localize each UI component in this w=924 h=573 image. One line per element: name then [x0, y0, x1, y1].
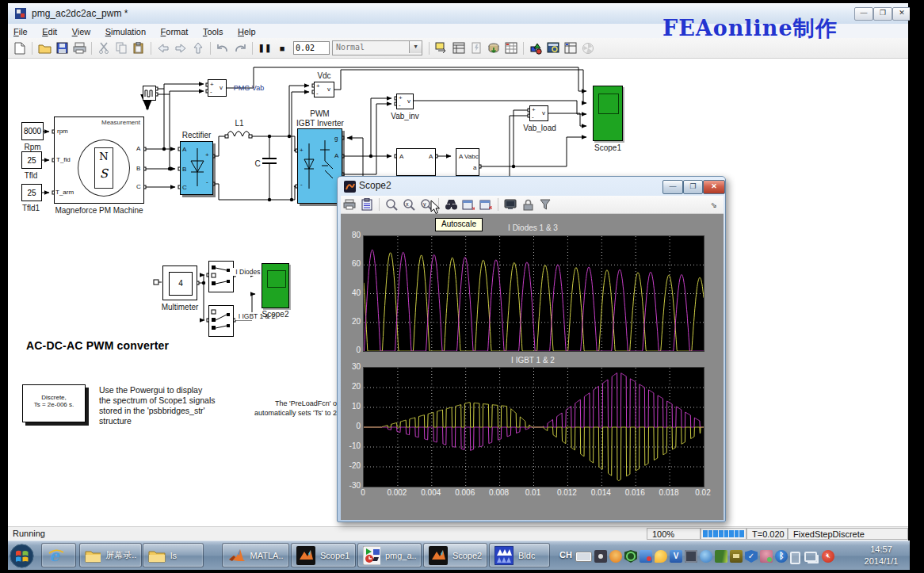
update-diagram-icon[interactable] — [468, 40, 484, 56]
block-vdc-meter[interactable]: +-v — [314, 82, 334, 97]
stop-button[interactable]: ■ — [274, 40, 290, 56]
forward-icon[interactable] — [173, 40, 189, 56]
taskbar-scope2-button[interactable]: Scope2 — [423, 543, 487, 567]
taskbar-folder2-button[interactable]: ls — [143, 543, 204, 567]
volume-muted-icon[interactable]: 🔇︎ — [822, 550, 834, 563]
lock-axes-icon[interactable] — [520, 197, 536, 212]
menu-format[interactable]: Format — [155, 25, 194, 36]
up-icon[interactable] — [190, 40, 206, 56]
block-scope1[interactable] — [593, 86, 623, 141]
menu-help[interactable]: Help — [232, 25, 262, 36]
cut-icon[interactable] — [96, 40, 112, 56]
sim-mode-select[interactable]: Normal▼ — [332, 40, 422, 55]
person-status-icon[interactable] — [760, 550, 773, 563]
copy-icon[interactable] — [113, 40, 129, 56]
pause-button[interactable]: ❚❚ — [257, 40, 273, 56]
display-icon[interactable] — [804, 552, 817, 562]
menu-view[interactable]: View — [67, 25, 97, 36]
sim-time-field[interactable] — [293, 41, 330, 55]
yellow-moon-icon[interactable] — [655, 550, 667, 563]
plot1-axes[interactable] — [363, 235, 704, 352]
green-card-icon[interactable] — [715, 550, 727, 563]
block-multimeter[interactable]: 4 — [162, 265, 197, 300]
block-scope2[interactable] — [262, 263, 289, 308]
taskbar: e 屏幕录... ls MATLA... Scope1 pmg_a... Sco… — [0, 541, 924, 571]
blue-v-icon[interactable]: V — [670, 550, 682, 563]
scope-close-button[interactable]: ✕ — [703, 180, 725, 194]
rectifier-port-plus: + — [205, 151, 209, 159]
menu-edit[interactable]: Edit — [36, 25, 63, 36]
redo-icon[interactable] — [232, 40, 248, 56]
block-tfld1-constant[interactable]: 25 — [21, 184, 42, 201]
taskbar-matlab-button[interactable]: MATLA... — [222, 543, 289, 567]
block-avabc[interactable]: A Vabc a — [456, 148, 479, 176]
chevron-down-icon[interactable]: ▼ — [409, 41, 422, 53]
print-icon[interactable] — [71, 40, 87, 56]
parameters-icon[interactable] — [359, 197, 375, 212]
autoscale-binoculars-icon[interactable] — [443, 197, 459, 212]
block-selector2[interactable] — [208, 305, 234, 337]
svg-text:y: y — [423, 201, 426, 208]
dual-window-icon[interactable] — [685, 550, 697, 563]
tray-language[interactable]: CH — [559, 550, 572, 560]
taskbar-bldc-button[interactable]: Bldc — [489, 543, 550, 567]
model-browser-icon[interactable] — [451, 40, 467, 56]
screen-border-top — [0, 0, 924, 3]
bluetooth-icon[interactable]: ᛒ — [775, 550, 788, 563]
new-file-icon[interactable] — [12, 40, 28, 56]
scope-minimize-button[interactable]: — — [662, 180, 683, 194]
build-icon[interactable] — [486, 40, 502, 56]
scope2-window[interactable]: Scope2 — ❐ ✕ x y ⇘ I Diodes 1 & 3 80 60 … — [337, 176, 726, 522]
keyboard-icon[interactable] — [575, 552, 592, 562]
start-button[interactable] — [10, 544, 34, 568]
dock-arrow-icon[interactable]: ⇘ — [711, 201, 717, 209]
orange-user-icon[interactable] — [609, 550, 622, 563]
floating-scope-icon[interactable] — [502, 197, 518, 212]
shield-check-icon[interactable]: ✓ — [745, 550, 758, 563]
block-filter[interactable]: A A — [396, 148, 436, 176]
scope-window-icon — [296, 546, 315, 565]
print-icon[interactable] — [342, 197, 357, 212]
battery-icon[interactable] — [790, 552, 800, 564]
zoom-icon[interactable] — [384, 197, 399, 212]
blue-orb-icon[interactable] — [700, 550, 712, 563]
chip-card-icon[interactable] — [730, 550, 743, 563]
block-rpm-constant[interactable]: 8000 — [21, 122, 44, 140]
save-axes-icon[interactable] — [460, 197, 476, 212]
plot2-axes[interactable] — [363, 367, 704, 487]
simulink-library-icon[interactable] — [528, 40, 544, 56]
taskbar-clock[interactable]: 14:57 2014/1/1 — [854, 544, 908, 567]
toolbar-separator — [210, 42, 211, 55]
taskbar-folder1-button[interactable]: 屏幕录... — [79, 543, 142, 567]
block-selector1[interactable] — [208, 261, 234, 292]
pc-manager-icon[interactable] — [640, 550, 652, 563]
open-icon[interactable] — [36, 40, 52, 56]
save-icon[interactable] — [54, 40, 70, 56]
scope-maximize-button[interactable]: ❐ — [683, 180, 703, 194]
block-tfld-constant[interactable]: 25 — [21, 151, 42, 169]
undo-icon[interactable] — [215, 40, 231, 56]
menu-tools[interactable]: Tools — [197, 25, 229, 36]
toggle-grid-icon[interactable] — [503, 40, 519, 56]
block-vab-load-meter[interactable]: +-v — [529, 105, 548, 121]
menu-simulation[interactable]: Simulation — [100, 25, 151, 36]
block-measurement-sink[interactable] — [143, 86, 156, 101]
taskbar-scope1-button[interactable]: Scope1 — [291, 543, 356, 567]
green-shield-icon[interactable] — [624, 550, 637, 563]
restore-axes-icon[interactable] — [478, 197, 494, 212]
library-browser-icon[interactable] — [433, 40, 449, 56]
model-explorer-icon[interactable] — [545, 40, 561, 56]
zoom-x-icon[interactable]: x — [401, 197, 417, 212]
block-pmg-vab-meter[interactable]: +-v — [208, 79, 227, 97]
back-icon[interactable] — [155, 40, 171, 56]
block-vab-inv-meter[interactable]: +-v — [396, 94, 414, 109]
taskbar-ie-button[interactable]: e — [41, 543, 76, 567]
block-powergui[interactable]: Discrete, Ts = 2e-006 s. — [22, 384, 86, 422]
taskbar-pmg-model-button[interactable]: pmg_a... — [357, 543, 422, 567]
camera-icon[interactable] — [594, 550, 607, 563]
signal-selection-icon[interactable] — [537, 197, 553, 212]
plot2-xtick: 0.018 — [653, 488, 685, 497]
data-table-icon[interactable] — [563, 40, 578, 56]
paste-icon[interactable] — [131, 40, 147, 56]
menu-file[interactable]: File — [8, 25, 33, 36]
